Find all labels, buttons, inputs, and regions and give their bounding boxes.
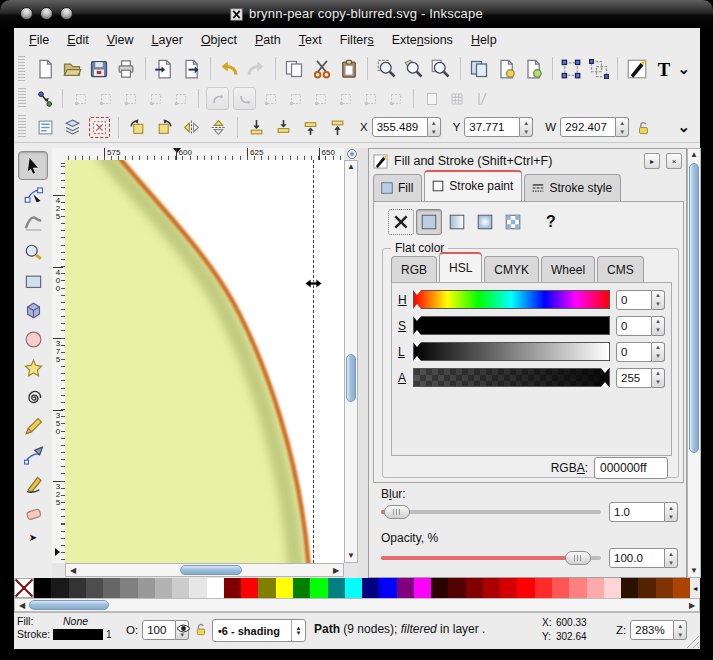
palette-swatch[interactable] — [34, 578, 51, 598]
scroll-up-arrow[interactable]: ▲ — [345, 163, 357, 171]
palette-swatch[interactable] — [207, 578, 224, 598]
select-all-layers-button[interactable] — [61, 116, 84, 139]
spin-steppers[interactable]: ▲▼ — [652, 316, 665, 336]
l-slider[interactable] — [413, 342, 610, 361]
horizontal-scrollbar-thumb[interactable] — [180, 565, 242, 575]
vertical-scrollbar-thumb[interactable] — [346, 354, 356, 402]
palette-swatch[interactable] — [466, 578, 483, 598]
toolbar-overflow-chevron[interactable]: ⌄ — [677, 60, 690, 78]
blur-up-arrow[interactable]: ▲ — [665, 503, 677, 512]
menu-path[interactable]: Path — [246, 30, 290, 50]
titlebar[interactable]: brynn-pear copy-blurred.svg - Inkscape — [0, 0, 713, 28]
palette-swatch[interactable] — [638, 578, 655, 598]
blur-slider[interactable] — [381, 505, 601, 519]
flip-vertical-button[interactable] — [207, 116, 230, 139]
a-spinbox[interactable]: 255▲▼ — [616, 368, 665, 388]
slider-position-marker[interactable] — [413, 291, 422, 308]
palette-swatch[interactable] — [517, 578, 534, 598]
palette-swatch[interactable] — [448, 578, 465, 598]
snap-grid-button[interactable] — [446, 88, 467, 109]
fill-stroke-indicator[interactable]: Fill:None Stroke:1 — [17, 615, 117, 641]
zoom-page-button[interactable] — [430, 56, 453, 82]
palette-swatch[interactable] — [397, 578, 414, 598]
palette-swatch[interactable] — [552, 578, 569, 598]
save-document-button[interactable] — [87, 56, 110, 82]
import-button[interactable] — [153, 56, 176, 82]
no-paint-button[interactable] — [388, 209, 414, 235]
h-slider[interactable] — [413, 290, 610, 309]
zoom-selection-button[interactable] — [375, 56, 398, 82]
palette-swatch[interactable] — [587, 578, 604, 598]
tweak-tool-button[interactable] — [18, 209, 48, 238]
slider-position-marker[interactable] — [413, 343, 422, 360]
palette-swatch[interactable] — [69, 578, 86, 598]
tab-stroke-style[interactable]: Stroke style — [524, 174, 621, 201]
spin-steppers[interactable]: ▲▼ — [652, 368, 665, 388]
layer-stepper[interactable]: ▲▼ — [291, 620, 305, 641]
s-slider[interactable] — [413, 316, 610, 335]
toolbox-expander-arrow[interactable]: ➤ — [29, 532, 37, 543]
palette-swatch[interactable] — [241, 578, 258, 598]
h-spinbox[interactable]: 0▲▼ — [616, 290, 665, 310]
copy-button[interactable] — [283, 56, 306, 82]
row2-grip[interactable] — [18, 88, 26, 109]
palette-swatch[interactable] — [138, 578, 155, 598]
panel-close-button[interactable]: × — [666, 153, 682, 169]
pencil-tool-button[interactable] — [18, 412, 48, 441]
opacity-spinbox[interactable]: 100.0▲▼ — [609, 548, 678, 568]
menu-filters[interactable]: Filters — [331, 30, 383, 50]
palette-swatch[interactable] — [621, 578, 638, 598]
rgba-input[interactable]: 000000ff — [594, 457, 668, 479]
colortab-hsl[interactable]: HSL — [439, 252, 482, 283]
snap-smooth-nodes-button[interactable] — [310, 88, 331, 109]
palette-swatch[interactable] — [103, 578, 120, 598]
palette-swatch[interactable] — [569, 578, 586, 598]
snap-page-border-button[interactable] — [421, 88, 442, 109]
x-spinbox[interactable]: 355.489▲▼ — [372, 117, 441, 137]
lower-to-bottom-button[interactable] — [245, 116, 268, 139]
menu-layer[interactable]: Layer — [143, 30, 192, 50]
palette-swatch[interactable] — [500, 578, 517, 598]
y-spinbox[interactable]: 37.771▲▼ — [464, 117, 533, 137]
rotate-cw-button[interactable] — [153, 116, 176, 139]
create-clone-button[interactable] — [495, 56, 518, 82]
snap-nodes-button[interactable] — [206, 87, 229, 110]
linear-gradient-button[interactable] — [444, 209, 470, 235]
flat-color-button[interactable] — [416, 209, 442, 235]
dock-splitter[interactable] — [358, 148, 368, 578]
palette-swatch[interactable] — [276, 578, 293, 598]
calligraphy-tool-button[interactable] — [18, 470, 48, 499]
panel-scrollbar-thumb[interactable] — [689, 163, 699, 453]
canvas-vertical-scrollbar[interactable]: ▲ ▼ — [344, 160, 358, 563]
unlink-clone-button[interactable] — [522, 56, 545, 82]
palette-swatch[interactable] — [414, 578, 431, 598]
palette-swatch[interactable] — [189, 578, 206, 598]
scroll-left-arrow[interactable]: ◀ — [69, 567, 77, 575]
panel-detach-button[interactable]: ▸ — [644, 153, 660, 169]
menu-edit[interactable]: Edit — [58, 30, 98, 50]
palette-swatch[interactable] — [431, 578, 448, 598]
spin-steppers[interactable]: ▲▼ — [652, 290, 665, 310]
spin-steppers[interactable]: ▲▼ — [616, 117, 629, 137]
menu-file[interactable]: File — [20, 30, 58, 50]
layer-visibility-eye-icon[interactable] — [176, 622, 191, 635]
opacity-slider[interactable] — [381, 551, 601, 565]
colortab-cms[interactable]: CMS — [597, 256, 644, 283]
snap-midpoints-button[interactable] — [335, 88, 356, 109]
snap-bbox-edge-midpoints-button[interactable] — [145, 88, 166, 109]
opacity-down-arrow[interactable]: ▼ — [665, 558, 677, 567]
snap-path-intersections-button[interactable] — [260, 88, 281, 109]
group-button[interactable] — [560, 56, 583, 82]
panel-scroll-down-arrow[interactable]: ▼ — [688, 567, 700, 575]
tab-stroke-paint[interactable]: Stroke paint — [424, 170, 522, 201]
canvas[interactable] — [65, 160, 344, 563]
rectangle-tool-button[interactable] — [18, 267, 48, 296]
eraser-tool-button[interactable] — [18, 499, 48, 528]
panel-scrollbar[interactable]: ▲ ▼ — [687, 148, 701, 578]
selector-tool-button[interactable] — [18, 151, 48, 180]
palette-swatch[interactable] — [673, 578, 690, 598]
zoom-tool-button[interactable] — [18, 238, 48, 267]
undo-button[interactable] — [218, 56, 241, 82]
palette-swatch[interactable] — [483, 578, 500, 598]
s-spinbox[interactable]: 0▲▼ — [616, 316, 665, 336]
